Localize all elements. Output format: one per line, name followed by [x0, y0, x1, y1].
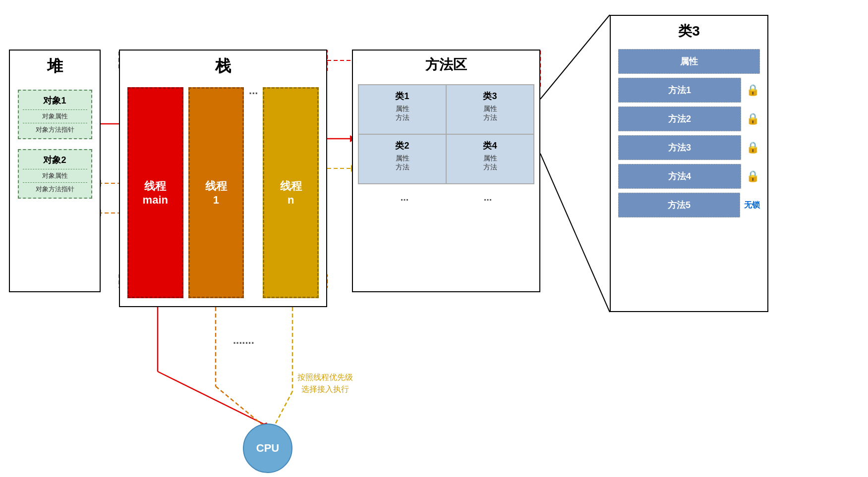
- thread-n-label: 线程n: [280, 179, 302, 207]
- object-2-title: 对象2: [23, 154, 87, 166]
- method-dots-right: ···: [484, 194, 492, 206]
- cpu-label: CPU: [256, 442, 279, 455]
- class-4-cell: 类4 属性 方法: [446, 134, 534, 184]
- thread-1-label: 线程1: [205, 179, 227, 207]
- svg-text:·······: ·······: [233, 337, 254, 349]
- heap-box: 堆 对象1 对象属性 对象方法指针 对象2 对象属性 对象方法指针: [9, 50, 101, 292]
- object-1-attr: 对象属性: [23, 109, 87, 121]
- class3-method4-label: 方法4: [618, 164, 741, 189]
- method-title: 方法区: [353, 51, 539, 79]
- svg-line-17: [216, 386, 269, 430]
- object-2-method-ptr: 对象方法指针: [23, 182, 87, 194]
- thread-dots: ···: [249, 87, 258, 110]
- class-1-attr: 属性: [364, 105, 441, 113]
- class3-method1-label: 方法1: [618, 78, 741, 103]
- class3-item-method1: 方法1 🔒: [618, 78, 760, 103]
- cpu-annotation-line2: 选择接入执行: [297, 383, 353, 395]
- class-4-name: 类4: [452, 140, 528, 152]
- method-box: 方法区 类1 属性 方法 类3 属性 方法 类2 属性 方法 类4 属性 方法: [352, 50, 540, 292]
- class3-method2-label: 方法2: [618, 106, 741, 131]
- object-1-method-ptr: 对象方法指针: [23, 123, 87, 134]
- class3-item-method4: 方法4 🔒: [618, 164, 760, 189]
- object-1-card: 对象1 对象属性 对象方法指针: [18, 90, 92, 139]
- class3-items: 属性 方法1 🔒 方法2 🔒 方法3 🔒 方法4 🔒 方法5 无锁: [611, 47, 767, 220]
- class-2-method: 方法: [364, 163, 441, 172]
- threads-container: 线程main 线程1 ··· 线程n: [120, 82, 326, 303]
- class3-attr-label: 属性: [618, 49, 760, 74]
- stack-box: 栈 线程main 线程1 ··· 线程n: [119, 50, 327, 307]
- thread-1: 线程1: [188, 87, 244, 298]
- svg-line-24: [540, 15, 610, 99]
- class-3-method: 方法: [452, 113, 528, 122]
- class3-detail-box: 类3 属性 方法1 🔒 方法2 🔒 方法3 🔒 方法4 🔒 方法5: [610, 15, 768, 312]
- stack-title: 栈: [120, 51, 326, 82]
- thread-n: 线程n: [263, 87, 319, 298]
- lock-icon-method4: 🔒: [745, 170, 760, 183]
- class3-method3-label: 方法3: [618, 135, 741, 160]
- class-4-attr: 属性: [452, 154, 528, 163]
- svg-line-25: [540, 154, 610, 312]
- svg-line-14: [158, 371, 268, 426]
- cpu-circle: CPU: [243, 424, 292, 473]
- lock-icon-method1: 🔒: [745, 84, 760, 97]
- thread-main: 线程main: [127, 87, 183, 298]
- class-3-attr: 属性: [452, 105, 528, 113]
- method-grid: 类1 属性 方法 类3 属性 方法 类2 属性 方法 类4 属性 方法: [358, 84, 534, 184]
- no-lock-text: 无锁: [744, 200, 760, 211]
- cpu-annotation-line1: 按照线程优先级: [297, 371, 353, 383]
- object-2-attr: 对象属性: [23, 169, 87, 180]
- class3-item-method5: 方法5 无锁: [618, 193, 760, 217]
- class-1-cell: 类1 属性 方法: [358, 85, 446, 134]
- class3-detail-title: 类3: [611, 16, 767, 47]
- method-dots-left: ···: [401, 194, 409, 206]
- lock-icon-method2: 🔒: [745, 112, 760, 125]
- class-3-name: 类3: [452, 90, 528, 102]
- class3-method5-label: 方法5: [618, 193, 740, 217]
- diagram-container: ······· 堆 对象1 对象属性 对象方法指针 对象2 对象属性 对象方法指…: [0, 0, 868, 477]
- method-dots-row: ··· ···: [353, 189, 539, 211]
- heap-title: 堆: [10, 51, 100, 82]
- class-3-cell: 类3 属性 方法: [446, 85, 534, 134]
- lock-icon-method3: 🔒: [745, 141, 760, 154]
- heap-objects: 对象1 对象属性 对象方法指针 对象2 对象属性 对象方法指针: [10, 82, 100, 206]
- thread-main-label: 线程main: [143, 179, 168, 207]
- class3-item-method3: 方法3 🔒: [618, 135, 760, 160]
- class3-item-attr: 属性: [618, 49, 760, 74]
- object-1-title: 对象1: [23, 95, 87, 106]
- object-2-card: 对象2 对象属性 对象方法指针: [18, 149, 92, 199]
- class-4-method: 方法: [452, 163, 528, 172]
- cpu-annotation: 按照线程优先级 选择接入执行: [297, 371, 353, 395]
- class-2-name: 类2: [364, 140, 441, 152]
- class3-item-method2: 方法2 🔒: [618, 106, 760, 131]
- class-1-name: 类1: [364, 90, 441, 102]
- class-1-method: 方法: [364, 113, 441, 122]
- class-2-attr: 属性: [364, 154, 441, 163]
- class-2-cell: 类2 属性 方法: [358, 134, 446, 184]
